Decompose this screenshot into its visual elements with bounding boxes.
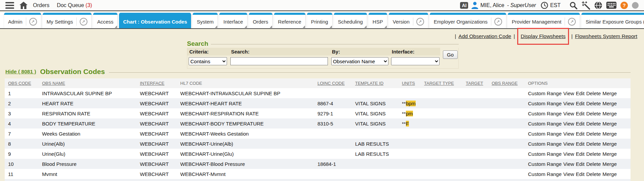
option-link-merge[interactable]: Merge — [603, 161, 617, 167]
tab-reference[interactable]: Reference — [274, 13, 305, 28]
option-link-custom-range[interactable]: Custom Range — [528, 151, 562, 157]
interface-select[interactable] — [391, 57, 440, 65]
option-link-custom-range[interactable]: Custom Range — [528, 90, 562, 96]
option-link-edit[interactable]: Edit — [576, 121, 584, 126]
tab-interface[interactable]: Interface — [219, 13, 247, 28]
option-link-merge[interactable]: Merge — [603, 151, 617, 157]
option-link-custom-range[interactable]: Custom Range — [528, 111, 562, 116]
column-header-obs-name[interactable]: OBS NAME — [39, 81, 137, 86]
option-link-view[interactable]: View — [563, 151, 574, 157]
option-link-merge[interactable]: Merge — [603, 171, 617, 177]
option-link-delete[interactable]: Delete — [586, 101, 601, 106]
column-header-template-id[interactable]: TEMPLATE ID — [352, 81, 399, 86]
option-link-view[interactable]: View — [563, 90, 574, 96]
column-header-target[interactable]: TARGET — [462, 81, 488, 86]
option-link-edit[interactable]: Edit — [576, 101, 584, 106]
option-link-merge[interactable]: Merge — [603, 101, 617, 106]
column-header-obs-code[interactable]: OBS CODE — [5, 81, 39, 86]
tab-hsp[interactable]: HSP — [369, 13, 387, 28]
external-link-icon[interactable]: ↗ — [416, 18, 424, 26]
tab-similar-exposure-groups-segs[interactable]: Similar Exposure Groups (SEGs)↗ — [581, 13, 644, 28]
criteria-select[interactable]: Contains — [189, 57, 227, 65]
column-header-loinc-code[interactable]: LOINC CODE — [314, 81, 352, 86]
hide-count-link[interactable]: Hide ( 8081 ) — [5, 69, 36, 75]
option-link-edit[interactable]: Edit — [576, 131, 584, 137]
hamburger-menu-icon[interactable] — [5, 2, 14, 9]
option-link-custom-range[interactable]: Custom Range — [528, 121, 562, 126]
option-link-view[interactable]: View — [563, 171, 574, 177]
wand-icon[interactable] — [581, 1, 590, 10]
option-link-custom-range[interactable]: Custom Range — [528, 161, 562, 167]
keyboard-icon[interactable] — [606, 2, 616, 9]
option-link-delete[interactable]: Delete — [586, 90, 601, 96]
flowsheets-system-report-link[interactable]: Flowsheets System Report — [575, 33, 637, 39]
tab-version[interactable]: Version↗ — [389, 13, 428, 28]
option-link-merge[interactable]: Merge — [603, 121, 617, 126]
doc-queue-link[interactable]: Doc Queue (3) — [57, 2, 92, 8]
clock-icon[interactable] — [541, 2, 548, 9]
column-header-units[interactable]: UNITS — [399, 81, 421, 86]
tab-system[interactable]: System — [193, 13, 218, 28]
option-link-edit[interactable]: Edit — [576, 161, 584, 167]
option-link-edit[interactable]: Edit — [576, 111, 584, 116]
search-icon[interactable] — [569, 1, 577, 9]
option-link-edit[interactable]: Edit — [576, 141, 584, 147]
option-link-custom-range[interactable]: Custom Range — [528, 171, 562, 177]
option-link-edit[interactable]: Edit — [576, 151, 584, 157]
option-link-delete[interactable]: Delete — [586, 131, 601, 137]
option-link-custom-range[interactable]: Custom Range — [528, 131, 562, 137]
tab-scheduling[interactable]: Scheduling — [334, 13, 367, 28]
home-icon[interactable] — [20, 2, 28, 9]
option-link-view[interactable]: View — [563, 121, 574, 126]
option-link-edit[interactable]: Edit — [576, 90, 584, 96]
external-link-icon[interactable]: ↗ — [29, 18, 37, 26]
option-link-merge[interactable]: Merge — [603, 131, 617, 137]
option-link-view[interactable]: View — [563, 111, 574, 116]
globe-icon[interactable] — [594, 1, 602, 9]
by-select[interactable]: Observation Name — [331, 57, 388, 65]
tab-printing[interactable]: Printing — [307, 13, 332, 28]
column-header-obs-range[interactable]: OBS RANGE — [488, 81, 525, 86]
orders-link[interactable]: Orders — [33, 2, 49, 8]
units-highlighted: bpm — [406, 101, 416, 106]
option-link-view[interactable]: View — [563, 161, 574, 167]
tab-label: Orders — [253, 19, 268, 25]
user-icon[interactable] — [471, 2, 478, 9]
tab-chart-observation-codes[interactable]: Chart : Observation Codes — [119, 13, 191, 28]
option-link-edit[interactable]: Edit — [576, 171, 584, 177]
option-link-delete[interactable]: Delete — [586, 161, 601, 167]
help-icon[interactable]: ? — [620, 2, 628, 9]
external-link-icon[interactable]: ↗ — [494, 18, 502, 26]
column-header-options: OPTIONS — [525, 81, 631, 86]
tab-admin[interactable]: Admin↗ — [4, 13, 41, 28]
column-header-interface[interactable]: INTERFACE — [137, 81, 177, 86]
option-link-merge[interactable]: Merge — [603, 90, 617, 96]
option-link-delete[interactable]: Delete — [586, 141, 601, 147]
option-link-merge[interactable]: Merge — [603, 111, 617, 116]
external-link-icon[interactable]: ↗ — [568, 18, 576, 26]
column-header-target-type[interactable]: TARGET TYPE — [421, 81, 462, 86]
external-link-icon[interactable]: ↗ — [80, 18, 87, 26]
add-observation-code-link[interactable]: Add Observation Code — [458, 33, 511, 39]
option-link-view[interactable]: View — [563, 101, 574, 106]
tab-orders[interactable]: Orders — [249, 13, 272, 28]
option-link-delete[interactable]: Delete — [586, 171, 601, 177]
option-link-custom-range[interactable]: Custom Range — [528, 141, 562, 147]
cell-interface: WEBCHART — [137, 141, 177, 147]
option-link-delete[interactable]: Delete — [586, 111, 601, 116]
tab-access[interactable]: Access — [93, 13, 117, 28]
option-link-view[interactable]: View — [563, 131, 574, 137]
ai-badge[interactable]: AI — [460, 2, 468, 9]
option-link-delete[interactable]: Delete — [586, 121, 601, 126]
go-button[interactable]: Go — [443, 50, 458, 59]
tab-provider-management[interactable]: Provider Management↗ — [508, 13, 580, 28]
tab-employer-organizations[interactable]: Employer Organizations↗ — [430, 13, 506, 28]
cell-options: Custom RangeViewEditDeleteMerge — [525, 111, 631, 116]
search-input[interactable] — [230, 57, 328, 65]
option-link-custom-range[interactable]: Custom Range — [528, 101, 562, 106]
tab-my-settings[interactable]: My Settings↗ — [43, 13, 91, 28]
option-link-merge[interactable]: Merge — [603, 141, 617, 147]
display-flowsheets-link[interactable]: Display Flowsheets — [521, 33, 566, 39]
option-link-delete[interactable]: Delete — [586, 151, 601, 157]
option-link-view[interactable]: View — [563, 141, 574, 147]
